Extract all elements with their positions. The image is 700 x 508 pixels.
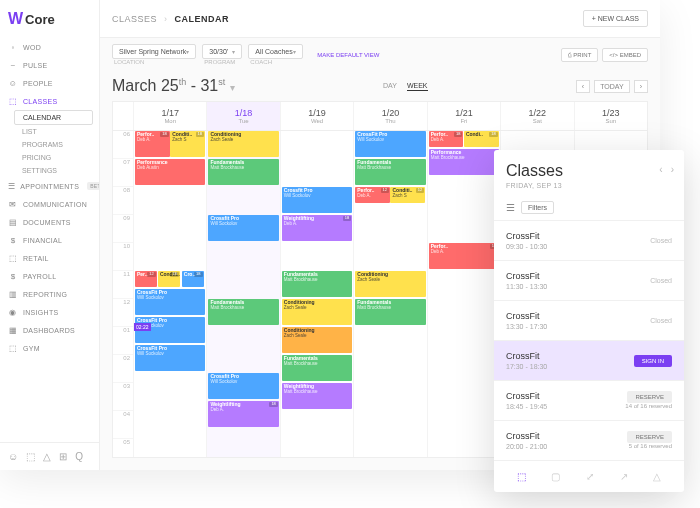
footer-icon[interactable]: △ [653, 471, 661, 482]
calendar-event[interactable]: FundamentalsMatt Brockhause [208, 299, 278, 325]
calendar-event[interactable]: CrossFit ProWill Sockolov [355, 131, 425, 157]
calendar-event[interactable]: Conditi..Zach S12 [390, 187, 425, 203]
popup-prev-icon[interactable]: ‹ [659, 164, 662, 175]
nav-item-retail[interactable]: ⬚RETAIL [0, 249, 99, 267]
calendar-event[interactable]: ConditioningZach Seale [355, 271, 425, 297]
subnav-programs[interactable]: PROGRAMS [14, 138, 99, 151]
class-row[interactable]: CrossFit09:30 - 10:30Closed [494, 220, 684, 260]
footer-icon[interactable]: ▢ [551, 471, 560, 482]
footer-icon[interactable]: Q [75, 451, 83, 462]
calendar-event[interactable]: ConditioningZach Seale [282, 327, 352, 353]
day-header[interactable]: 1/21Fri [427, 102, 500, 130]
subnav-calendar[interactable]: CALENDAR [14, 110, 93, 125]
calendar-event[interactable]: FundamentalsMatt Brockhause [282, 355, 352, 381]
view-day[interactable]: DAY [383, 82, 397, 91]
view-week[interactable]: WEEK [407, 82, 428, 91]
day-header[interactable]: 1/19Wed [280, 102, 353, 130]
popup-next-icon[interactable]: › [671, 164, 674, 175]
nav-item-communication[interactable]: ✉COMMUNICATION [0, 195, 99, 213]
day-header[interactable]: 1/18Tue [206, 102, 279, 130]
nav-item-insights[interactable]: ◉INSIGHTS [0, 303, 99, 321]
day-header[interactable]: 1/22Sat [500, 102, 573, 130]
class-status: Closed [650, 277, 672, 284]
make-default-link[interactable]: MAKE DEFAULT VIEW [317, 52, 379, 58]
calendar-event[interactable]: FundamentalsMatt Brockhause [355, 299, 425, 325]
calendar-event[interactable]: Perfor..Deb A.18 [135, 131, 170, 157]
calendar-event[interactable]: Perfor..Deb A.12 [429, 243, 499, 269]
embed-button[interactable]: </> EMBED [602, 48, 648, 62]
calendar-event[interactable]: CrossFit ProWill Sockolov [135, 345, 205, 371]
footer-icon[interactable]: ⬚ [517, 471, 526, 482]
nav-item-financial[interactable]: $FINANCIAL [0, 231, 99, 249]
day-header[interactable]: 1/23Sun [574, 102, 647, 130]
coach-select[interactable]: All Coaches▾ [248, 44, 303, 59]
calendar-event[interactable]: WeightliftingDeb A.18 [282, 215, 352, 241]
day-header[interactable]: 1/20Thu [353, 102, 426, 130]
nav-item-payroll[interactable]: $PAYROLL [0, 267, 99, 285]
nav-item-classes[interactable]: ⬚CLASSES [0, 92, 99, 110]
today-button[interactable]: TODAY [594, 80, 629, 93]
calendar-event[interactable]: Crossfit ProWill Sockolov [282, 187, 352, 213]
class-name: CrossFit [506, 231, 547, 241]
footer-icon[interactable]: ↗ [620, 471, 628, 482]
nav-item-pulse[interactable]: ~PULSE [0, 56, 99, 74]
calendar-event[interactable]: PerformanceDeb Austin [135, 159, 205, 185]
print-button[interactable]: ⎙ PRINT [561, 48, 599, 62]
signin-button[interactable]: SIGN IN [634, 355, 672, 367]
date-range-title: March 25th - 31st ▾ [112, 77, 235, 95]
calendar-event[interactable]: Perfor..Deb A.12 [355, 187, 390, 203]
filter-bar: Silver Spring Network▾ LOCATION 30/30'▾ … [100, 38, 660, 71]
footer-icon[interactable]: △ [43, 451, 51, 462]
calendar-event[interactable]: Crossfit ProWill Sockolov [208, 373, 278, 399]
new-class-button[interactable]: + NEW CLASS [583, 10, 648, 27]
logo[interactable]: W Core [0, 0, 99, 38]
subnav-settings[interactable]: SETTINGS [14, 164, 99, 177]
calendar-event[interactable]: WeightliftingDeb A.18 [208, 401, 278, 427]
nav-item-wod[interactable]: ◦WOD [0, 38, 99, 56]
nav-item-dashboards[interactable]: ▦DASHBOARDS [0, 321, 99, 339]
program-select[interactable]: 30/30'▾ [202, 44, 242, 59]
calendar-event[interactable]: ConditioningZach Seale [282, 299, 352, 325]
footer-icon[interactable]: ☺ [8, 451, 18, 462]
nav-icon: ⬚ [8, 343, 18, 353]
subnav-list[interactable]: LIST [14, 125, 99, 138]
subnav-pricing[interactable]: PRICING [14, 151, 99, 164]
class-row[interactable]: CrossFit20:00 - 21:00RESERVE5 of 16 rese… [494, 420, 684, 460]
calendar-event[interactable]: Conditi..Zach S18 [170, 131, 205, 157]
class-row[interactable]: CrossFit13:30 - 17:30Closed [494, 300, 684, 340]
nav-item-people[interactable]: ☺PEOPLE [0, 74, 99, 92]
prev-button[interactable]: ‹ [576, 80, 590, 93]
nav-item-appointments[interactable]: ☰APPOINTMENTSBETA [0, 177, 99, 195]
calendar-event[interactable]: FundamentalsMatt Brockhause [355, 159, 425, 185]
reserve-button[interactable]: RESERVE [627, 391, 672, 403]
calendar-event[interactable]: FundamentalsMatt Brockhause [208, 159, 278, 185]
calendar-event[interactable]: FundamentalsMatt Brockhause [282, 271, 352, 297]
class-row[interactable]: CrossFit11:30 - 13:30Closed [494, 260, 684, 300]
reserve-button[interactable]: RESERVE [627, 431, 672, 443]
calendar-event[interactable]: ConditioningZach Seale [208, 131, 278, 157]
calendar-event[interactable]: Condi..18 [464, 131, 499, 147]
class-row[interactable]: CrossFit17:30 - 18:30SIGN IN [494, 340, 684, 380]
footer-icon[interactable]: ⬚ [26, 451, 35, 462]
nav-item-gym[interactable]: ⬚GYM [0, 339, 99, 357]
nav-item-documents[interactable]: ▤DOCUMENTS [0, 213, 99, 231]
filters-button[interactable]: Filters [521, 201, 554, 214]
nav-label: RETAIL [23, 255, 49, 262]
day-header[interactable]: 1/17Mon [133, 102, 206, 130]
footer-icon[interactable]: ⤢ [586, 471, 594, 482]
next-button[interactable]: › [634, 80, 648, 93]
calendar-event[interactable]: CrossFit ProWill Sockolov [135, 289, 205, 315]
location-select[interactable]: Silver Spring Network▾ [112, 44, 196, 59]
breadcrumb-root[interactable]: CLASSES [112, 14, 157, 24]
calendar-event[interactable]: WeightliftingMatt Brockhause [282, 383, 352, 409]
calendar-event[interactable]: PerformanceMatt Brockhause [429, 149, 499, 175]
calendar-event[interactable]: Cro..18 [182, 271, 204, 287]
calendar-event[interactable]: Per..12 [135, 271, 157, 287]
settings-icon[interactable]: ☰ [506, 202, 515, 213]
footer-icon[interactable]: ⊞ [59, 451, 67, 462]
calendar-event[interactable]: Conditi..18 [158, 271, 180, 287]
class-row[interactable]: CrossFit18:45 - 19:45RESERVE14 of 16 res… [494, 380, 684, 420]
calendar-event[interactable]: Crossfit ProWill Sockolov [208, 215, 278, 241]
nav-item-reporting[interactable]: ▥REPORTING [0, 285, 99, 303]
calendar-event[interactable]: Perfor..Deb A.18 [429, 131, 464, 147]
